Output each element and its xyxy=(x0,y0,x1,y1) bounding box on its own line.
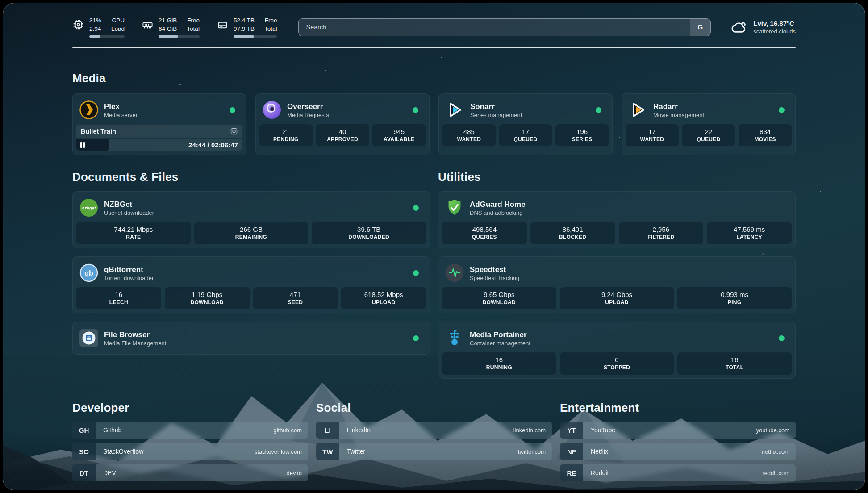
bookmark-reddit[interactable]: RE Reddit reddit.com xyxy=(560,464,796,481)
qbittorrent-icon: qb xyxy=(79,263,98,282)
memory-free: 21 GiB xyxy=(159,17,177,25)
bookmark-name: LinkedIn xyxy=(339,422,371,439)
bookmark-group-developer: Developer GH Github github.com SO StackO… xyxy=(72,401,308,486)
cloud-icon xyxy=(730,19,747,36)
status-dot xyxy=(413,335,419,341)
service-card-portainer[interactable]: Media Portainer Container management 16 … xyxy=(438,322,796,379)
bookmark-abbr: YT xyxy=(560,422,583,439)
stat-approved: 40 APPROVED xyxy=(316,124,369,146)
service-card-plex[interactable]: Plex Media server Bullet Train 24:44 / 0 xyxy=(72,93,246,155)
service-card-nzbget[interactable]: nzbget NZBGet Usenet downloader 744.21 M… xyxy=(72,191,430,248)
service-name: Media Portainer xyxy=(470,330,530,339)
section-heading-entertainment: Entertainment xyxy=(560,401,796,415)
speedtest-icon xyxy=(445,263,464,282)
bookmark-name: Reddit xyxy=(583,464,609,481)
memory-total-label: Total xyxy=(187,25,200,33)
service-description: Container management xyxy=(470,340,530,347)
bookmark-github[interactable]: GH Github github.com xyxy=(72,422,308,439)
header-divider xyxy=(72,47,796,48)
status-dot xyxy=(779,335,785,341)
section-heading-developer: Developer xyxy=(72,401,308,415)
stat-total: 16 TOTAL xyxy=(677,352,792,375)
bookmark-netflix[interactable]: NF Netflix netflix.com xyxy=(560,443,796,460)
bookmark-abbr: NF xyxy=(560,443,583,460)
stat-wanted: 485 WANTED xyxy=(442,124,496,146)
service-card-radarr[interactable]: Radarr Movie management 17 WANTED 22 QUE… xyxy=(622,93,796,155)
section-heading-documents: Documents & Files xyxy=(72,170,430,184)
plex-icon xyxy=(79,100,98,119)
stat-filtered: 2,956 FILTERED xyxy=(619,222,704,244)
stat-queued: 22 QUEUED xyxy=(682,124,735,146)
disk-icon xyxy=(217,19,229,31)
bookmark-name: Github xyxy=(96,422,121,439)
stat-wanted: 17 WANTED xyxy=(626,124,679,146)
pause-icon[interactable] xyxy=(80,142,85,148)
documents-column: Documents & Files nzbget NZBGet Usenet d… xyxy=(72,170,430,355)
bookmark-dev[interactable]: DT DEV dev.to xyxy=(72,464,308,481)
stat-blocked: 86,401 BLOCKED xyxy=(530,222,615,244)
bookmark-name: StackOverflow xyxy=(96,443,143,460)
stat-remaining: 266 GB REMAINING xyxy=(194,222,309,244)
service-name: qBittorrent xyxy=(104,265,154,274)
weather-location: Lviv, 16.87°C xyxy=(753,20,796,27)
service-card-filebrowser[interactable]: File Browser Media File Management xyxy=(72,322,430,355)
bookmark-stackoverflow[interactable]: SO StackOverflow stackoverflow.com xyxy=(72,443,308,460)
svg-text:qb: qb xyxy=(84,269,93,277)
bookmark-name: Twitter xyxy=(339,443,365,460)
cpu-widget: 31% 2.94 CPU Load xyxy=(72,17,125,38)
section-heading-utilities: Utilities xyxy=(438,170,796,184)
now-playing-title: Bullet Train xyxy=(81,128,116,135)
filebrowser-icon xyxy=(79,329,98,347)
playback-progress-row: 24:44 / 02:06:47 xyxy=(76,139,242,151)
overseerr-icon xyxy=(263,100,281,119)
service-description: Media File Management xyxy=(104,340,166,347)
bookmarks-area: Developer GH Github github.com SO StackO… xyxy=(72,401,796,486)
stat-downloaded: 39.6 TB DOWNLOADED xyxy=(312,222,426,244)
cpu-icon xyxy=(72,19,84,31)
bookmark-linkedin[interactable]: LI LinkedIn linkedin.com xyxy=(316,422,552,439)
bookmark-url: stackoverflow.com xyxy=(255,443,308,460)
service-card-sonarr[interactable]: Sonarr Series management 485 WANTED 17 Q… xyxy=(438,93,613,155)
media-grid: Plex Media server Bullet Train 24:44 / 0 xyxy=(72,93,796,155)
portainer-icon xyxy=(445,329,464,347)
bookmark-abbr: RE xyxy=(560,464,583,481)
stat-rate: 744.21 Mbps RATE xyxy=(76,222,191,244)
dashboard: 31% 2.94 CPU Load xyxy=(3,3,865,490)
utilities-column: Utilities AdGuard Home DNS xyxy=(438,170,796,379)
bookmark-abbr: TW xyxy=(316,443,339,460)
service-description: Movie management xyxy=(653,112,704,118)
disk-total: 97.9 TB xyxy=(234,25,255,33)
disk-free: 52.4 TB xyxy=(234,17,255,25)
service-name: Overseerr xyxy=(287,102,329,111)
search-input[interactable] xyxy=(299,19,690,36)
stat-download: 1.19 Gbps DOWNLOAD xyxy=(165,287,250,309)
service-name: NZBGet xyxy=(104,200,154,209)
service-name: Plex xyxy=(104,102,138,111)
stat-seed: 471 SEED xyxy=(253,287,338,309)
status-dot xyxy=(413,107,418,113)
memory-progress-bar xyxy=(159,35,200,38)
radarr-icon xyxy=(629,100,647,119)
resource-widgets: 31% 2.94 CPU Load xyxy=(72,17,277,38)
service-card-speedtest[interactable]: Speedtest Speedtest Tracking 9.65 Gbps D… xyxy=(438,256,796,313)
service-card-overseerr[interactable]: Overseerr Media Requests 21 PENDING 40 A… xyxy=(255,93,430,155)
bookmark-youtube[interactable]: YT YouTube youtube.com xyxy=(560,422,796,439)
adguard-icon xyxy=(445,198,464,217)
disk-total-label: Total xyxy=(264,25,277,33)
search-bar: G xyxy=(298,18,711,36)
bookmark-twitter[interactable]: TW Twitter twitter.com xyxy=(316,443,552,460)
stat-download: 9.65 Gbps DOWNLOAD xyxy=(442,287,556,309)
bookmark-url: linkedin.com xyxy=(513,422,552,439)
weather-condition: scattered clouds xyxy=(753,28,796,35)
stat-series: 196 SERIES xyxy=(555,124,609,146)
service-card-qbittorrent[interactable]: qb qBittorrent Torrent downloader 16 LEE… xyxy=(72,256,430,313)
stat-queued: 17 QUEUED xyxy=(499,124,552,146)
bookmark-url: reddit.com xyxy=(762,464,796,481)
status-dot xyxy=(413,205,419,211)
search-provider-button[interactable]: G xyxy=(690,19,710,36)
stat-pending: 21 PENDING xyxy=(259,124,313,146)
bookmark-url: youtube.com xyxy=(756,422,796,439)
stat-running: 16 RUNNING xyxy=(442,352,556,375)
status-dot xyxy=(596,107,601,113)
service-card-adguard[interactable]: AdGuard Home DNS and adblocking 498,564 … xyxy=(438,191,796,248)
